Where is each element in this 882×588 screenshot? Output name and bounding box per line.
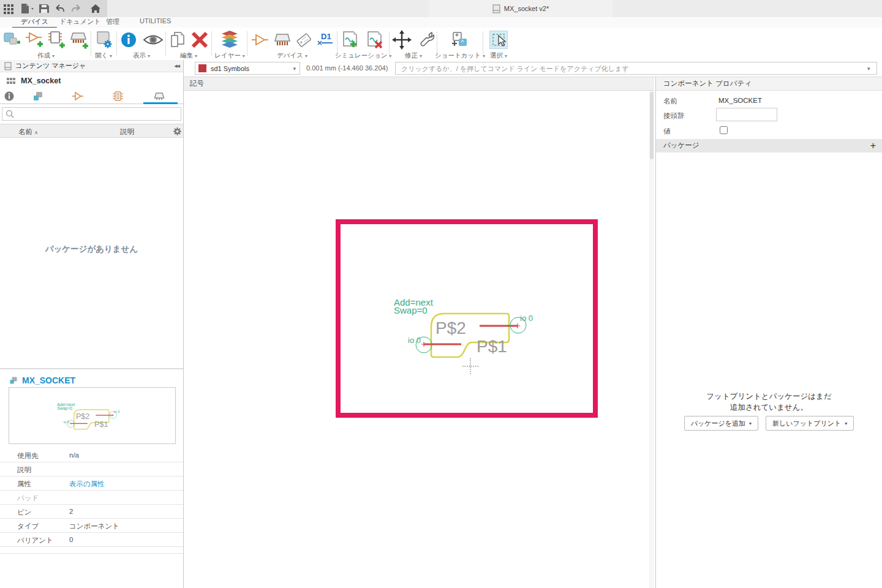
symbol-attribute-swap: Swap=0 xyxy=(394,305,428,315)
redo-icon[interactable] xyxy=(70,3,82,14)
content-manager-panel: コンテンツ マネージャ ◀◀ MX_socket xyxy=(0,60,184,588)
message-line: 追加されていません。 xyxy=(656,402,882,413)
dropdown-caret-icon: ▾ xyxy=(845,421,847,426)
name-value-icon[interactable]: D1 xyxy=(317,31,334,49)
open-library-icon[interactable] xyxy=(94,29,113,50)
symbol-icon[interactable] xyxy=(251,31,269,49)
wrench-icon[interactable] xyxy=(417,30,435,50)
toolbar-separator xyxy=(165,31,166,56)
new-footprint-icon[interactable] xyxy=(69,29,89,50)
canvas-scrollbar[interactable] xyxy=(649,91,654,588)
info-icon[interactable] xyxy=(119,31,138,49)
shortcut-dropdown[interactable]: ショートカット ▾ xyxy=(435,51,485,60)
copy-icon[interactable] xyxy=(168,30,187,50)
main-toolbar: 作成 ▾ 開く ▾ xyxy=(0,28,882,60)
content-tabs xyxy=(0,89,183,104)
new-footprint-button[interactable]: 新しいフットプリント ▾ xyxy=(766,416,854,431)
layer-selector[interactable]: sd1 Symbols ▾ xyxy=(195,62,300,75)
pin-origin-cross xyxy=(421,342,426,347)
tab-device[interactable]: デバイス xyxy=(12,17,57,28)
no-footprint-message: フットプリントとパッケージはまだ 追加されていません。 xyxy=(656,391,882,413)
undo-icon[interactable] xyxy=(54,3,66,14)
library-row[interactable]: MX_socket xyxy=(0,72,183,89)
column-description[interactable]: 説明 xyxy=(120,127,134,137)
device-dropdown[interactable]: デバイス ▾ xyxy=(277,51,307,60)
symbol-drawing[interactable]: Add=next Swap=0 P$2 P$1 io 0 io 0 xyxy=(380,282,564,380)
dropdown-caret-icon: ▾ xyxy=(148,53,150,59)
simulation-dropdown[interactable]: シミュレーション ▾ xyxy=(335,51,392,60)
message-line: フットプリントとパッケージはまだ xyxy=(656,391,882,402)
tab-manage[interactable]: 管理 xyxy=(106,17,119,26)
add-package-plus-icon[interactable]: + xyxy=(870,139,876,152)
modify-dropdown[interactable]: 修正 ▾ xyxy=(405,51,422,60)
property-label: バリアント xyxy=(17,536,53,545)
tab-info-icon[interactable] xyxy=(3,90,15,102)
command-line-input[interactable] xyxy=(395,62,877,75)
tab-packages-icon[interactable] xyxy=(153,90,165,102)
toolbar-separator xyxy=(483,31,483,56)
move-icon[interactable] xyxy=(392,30,412,50)
app-grid-icon[interactable] xyxy=(3,3,15,14)
tab-utilities[interactable]: UTILITIES xyxy=(140,17,171,24)
select-dropdown[interactable]: 選択 ▾ xyxy=(490,51,507,60)
attributes-link[interactable]: 表示の属性 xyxy=(69,480,105,489)
scrollbar-thumb[interactable] xyxy=(650,92,654,159)
property-label: タイプ xyxy=(17,522,39,531)
sim-add-icon[interactable] xyxy=(341,30,361,50)
layers-icon[interactable] xyxy=(220,29,239,50)
command-dropdown-caret-icon[interactable]: ▾ xyxy=(867,66,870,72)
eye-icon[interactable] xyxy=(143,32,164,48)
dropdown-caret-icon: ▾ xyxy=(52,53,55,59)
symbol-preview-box xyxy=(9,387,176,444)
editor-toolbar-row: sd1 Symbols ▾ 0.001 mm (-14.460 36.204) … xyxy=(184,60,882,77)
library-name: MX_socket xyxy=(21,77,61,85)
property-row: パッド xyxy=(0,491,183,505)
tab-document[interactable]: ドキュメント xyxy=(59,17,101,26)
edit-dropdown[interactable]: 編集 ▾ xyxy=(180,51,197,60)
tab-components-icon[interactable] xyxy=(32,90,44,102)
tab-symbols-icon[interactable] xyxy=(72,90,84,102)
symbol-preview-thumbnail xyxy=(9,388,175,443)
document-tab[interactable]: MX_socket v2* xyxy=(429,0,612,17)
layers-dropdown[interactable]: レイヤー ▾ xyxy=(214,51,245,60)
panel-document-icon xyxy=(4,62,12,70)
svg-text:D1: D1 xyxy=(321,32,331,41)
show-dropdown[interactable]: 表示 ▾ xyxy=(133,51,150,60)
new-symbol-icon[interactable] xyxy=(24,29,44,50)
prefix-input[interactable] xyxy=(716,108,777,121)
home-icon[interactable] xyxy=(89,3,102,14)
list-settings-gear-icon[interactable] xyxy=(173,127,182,136)
sim-remove-icon[interactable] xyxy=(366,30,385,50)
search-input[interactable] xyxy=(2,107,181,121)
shortcut-icon[interactable]: ^ xyxy=(450,30,470,50)
tab-devices-icon[interactable] xyxy=(112,90,124,102)
property-value: n/a xyxy=(69,451,79,459)
dropdown-caret-icon: ▾ xyxy=(305,53,307,59)
column-name[interactable]: 名前 ∧ xyxy=(18,127,38,137)
new-component-icon[interactable] xyxy=(2,29,22,50)
property-row: 属性 表示の属性 xyxy=(0,477,183,491)
save-icon[interactable] xyxy=(38,3,50,14)
value-checkbox[interactable] xyxy=(720,126,728,134)
properties-title: コンポーネント プロパティ xyxy=(663,77,752,90)
dropdown-caret-icon: ▾ xyxy=(420,53,422,59)
property-row: 使用先 n/a xyxy=(0,448,183,462)
toolbar-separator xyxy=(247,31,247,56)
delete-icon[interactable] xyxy=(190,31,209,49)
collapse-panel-icon[interactable]: ◀◀ xyxy=(174,64,179,69)
document-icon xyxy=(492,4,500,13)
create-dropdown[interactable]: 作成 ▾ xyxy=(37,51,55,60)
tag-icon[interactable] xyxy=(296,31,313,49)
toolbar-separator xyxy=(389,31,390,56)
file-menu-icon[interactable] xyxy=(20,3,36,14)
mouse-cursor-icon xyxy=(497,35,507,47)
panel-splitter[interactable] xyxy=(0,368,183,369)
schematic-canvas[interactable]: Add=next Swap=0 P$2 P$1 io 0 io 0 xyxy=(184,91,649,588)
property-row: タイプ コンポーネント xyxy=(0,519,183,533)
group-open: 開く ▾ xyxy=(92,29,115,60)
titlebar: MX_socket v2* xyxy=(0,0,882,17)
open-dropdown[interactable]: 開く ▾ xyxy=(95,51,112,60)
new-device-icon[interactable] xyxy=(47,29,66,50)
footprint-icon[interactable] xyxy=(273,31,292,49)
add-package-button[interactable]: パッケージを追加 ▾ xyxy=(684,416,758,431)
